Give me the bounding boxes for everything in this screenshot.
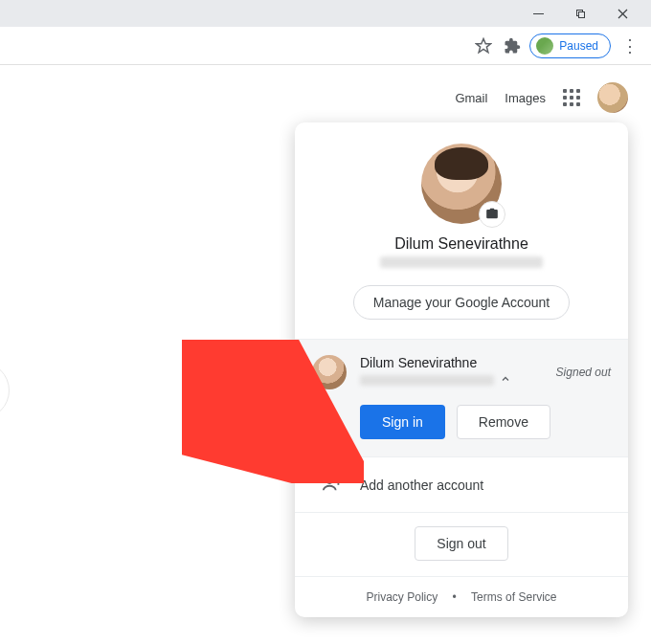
account-menu-footer: Privacy Policy • Terms of Service xyxy=(295,576,628,617)
add-account-button[interactable]: Add another account xyxy=(295,456,628,512)
profile-name: Dilum Senevirathne xyxy=(314,235,609,253)
privacy-link[interactable]: Privacy Policy xyxy=(367,590,438,604)
other-account-email xyxy=(360,375,494,386)
signed-out-badge: Signed out xyxy=(556,366,611,379)
profile-email xyxy=(380,256,543,268)
add-account-label: Add another account xyxy=(360,477,483,493)
profile-chip-avatar-icon xyxy=(536,37,553,55)
change-photo-button[interactable] xyxy=(479,201,505,228)
person-add-icon xyxy=(314,473,343,497)
gmail-link[interactable]: Gmail xyxy=(455,91,487,105)
extensions-puzzle-icon[interactable] xyxy=(501,34,524,57)
terms-link[interactable]: Terms of Service xyxy=(471,590,556,604)
camera-icon xyxy=(485,207,499,223)
other-account-row[interactable]: Dilum Senevirathne Signed out Sign in Re… xyxy=(295,339,628,456)
apps-grid-icon[interactable] xyxy=(563,89,580,106)
other-account-name: Dilum Senevirathne xyxy=(360,355,543,370)
footer-bullet: • xyxy=(453,590,457,604)
decorative-bubble xyxy=(0,362,10,419)
images-link[interactable]: Images xyxy=(505,91,546,105)
svg-marker-5 xyxy=(477,38,491,52)
account-menu: Dilum Senevirathne Manage your Google Ac… xyxy=(295,122,628,617)
bookmark-star-icon[interactable] xyxy=(472,34,495,57)
header-nav: Gmail Images xyxy=(455,82,628,113)
other-account-avatar xyxy=(312,355,347,389)
svg-rect-2 xyxy=(578,11,584,17)
profile-paused-chip[interactable]: Paused xyxy=(529,33,611,58)
toolbar: Paused ⋮ xyxy=(0,27,651,65)
manage-account-button[interactable]: Manage your Google Account xyxy=(353,285,570,320)
chevron-up-icon[interactable] xyxy=(500,373,511,388)
close-button[interactable] xyxy=(601,0,643,27)
remove-button[interactable]: Remove xyxy=(457,405,550,439)
sign-in-button[interactable]: Sign in xyxy=(360,405,445,439)
window-titlebar xyxy=(0,0,651,27)
minimize-button[interactable] xyxy=(517,0,559,27)
browser-menu-icon[interactable]: ⋮ xyxy=(617,37,643,55)
svg-point-6 xyxy=(326,477,333,483)
maximize-button[interactable] xyxy=(559,0,601,27)
sign-out-button[interactable]: Sign out xyxy=(415,526,507,561)
paused-label: Paused xyxy=(559,39,598,53)
account-avatar[interactable] xyxy=(597,82,628,113)
